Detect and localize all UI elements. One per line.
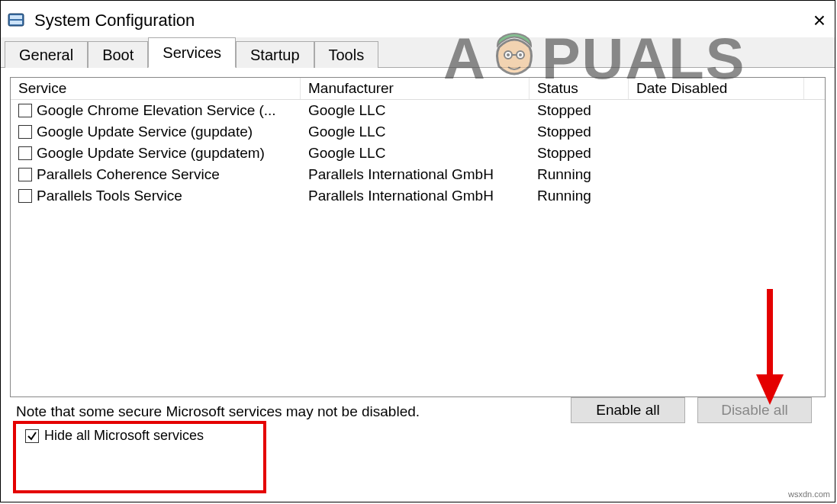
tab-startup[interactable]: Startup <box>236 41 314 68</box>
date-disabled-cell <box>629 121 804 143</box>
system-configuration-window: System Configuration × General Boot Serv… <box>0 0 835 502</box>
credit-text: wsxdn.com <box>788 490 830 499</box>
note-text: Note that some secure Microsoft services… <box>10 399 420 422</box>
date-disabled-cell <box>629 143 804 164</box>
list-item[interactable]: Parallels Coherence ServiceParallels Int… <box>11 164 825 185</box>
service-name: Google Update Service (gupdate) <box>37 121 253 143</box>
list-item[interactable]: Parallels Tools ServiceParallels Interna… <box>11 185 825 207</box>
status-cell: Running <box>530 164 629 185</box>
enable-all-button[interactable]: Enable all <box>571 397 685 423</box>
column-service[interactable]: Service <box>11 78 301 99</box>
column-date-disabled[interactable]: Date Disabled <box>629 78 804 99</box>
service-checkbox[interactable] <box>18 125 32 139</box>
service-cell: Google Chrome Elevation Service (... <box>11 100 301 121</box>
date-disabled-cell <box>629 164 804 185</box>
svg-rect-1 <box>10 15 22 19</box>
manufacturer-cell: Parallels International GmbH <box>301 164 530 185</box>
list-item[interactable]: Google Update Service (gupdatem)Google L… <box>11 143 825 164</box>
manufacturer-cell: Google LLC <box>301 121 530 143</box>
service-name: Google Update Service (gupdatem) <box>37 143 265 164</box>
service-checkbox[interactable] <box>18 104 32 117</box>
tab-boot[interactable]: Boot <box>88 41 148 68</box>
window-title: System Configuration <box>34 11 807 30</box>
status-cell: Stopped <box>530 121 629 143</box>
column-manufacturer[interactable]: Manufacturer <box>301 78 530 99</box>
status-cell: Running <box>530 185 629 207</box>
service-cell: Google Update Service (gupdate) <box>11 121 301 143</box>
date-disabled-cell <box>629 185 804 207</box>
service-checkbox[interactable] <box>18 146 32 160</box>
tab-general[interactable]: General <box>5 41 88 68</box>
app-icon <box>7 11 27 30</box>
services-list[interactable]: Service Manufacturer Status Date Disable… <box>10 77 826 397</box>
title-bar: System Configuration × <box>1 1 835 37</box>
service-name: Google Chrome Elevation Service (... <box>37 100 276 121</box>
service-checkbox[interactable] <box>18 189 32 203</box>
hide-ms-checkbox[interactable] <box>25 429 39 443</box>
service-name: Parallels Tools Service <box>37 185 182 207</box>
service-name: Parallels Coherence Service <box>37 164 220 185</box>
list-body: Google Chrome Elevation Service (...Goog… <box>11 100 825 207</box>
status-cell: Stopped <box>530 143 629 164</box>
manufacturer-cell: Parallels International GmbH <box>301 185 530 207</box>
service-cell: Google Update Service (gupdatem) <box>11 143 301 164</box>
service-checkbox[interactable] <box>18 168 32 181</box>
tab-content: Service Manufacturer Status Date Disable… <box>1 68 835 448</box>
tab-tools[interactable]: Tools <box>314 41 379 68</box>
manufacturer-cell: Google LLC <box>301 100 530 121</box>
list-item[interactable]: Google Update Service (gupdate)Google LL… <box>11 121 825 143</box>
service-cell: Parallels Coherence Service <box>11 164 301 185</box>
column-status[interactable]: Status <box>530 78 629 99</box>
status-cell: Stopped <box>530 100 629 121</box>
list-header: Service Manufacturer Status Date Disable… <box>11 78 825 100</box>
service-cell: Parallels Tools Service <box>11 185 301 207</box>
tab-strip: General Boot Services Startup Tools <box>1 37 835 68</box>
hide-ms-label: Hide all Microsoft services <box>44 428 204 444</box>
hide-ms-services[interactable]: Hide all Microsoft services <box>19 423 213 448</box>
close-icon[interactable]: × <box>807 10 832 31</box>
svg-rect-2 <box>10 21 22 24</box>
disable-all-button[interactable]: Disable all <box>697 397 812 423</box>
bottom-row: Note that some secure Microsoft services… <box>10 397 826 423</box>
list-item[interactable]: Google Chrome Elevation Service (...Goog… <box>11 100 825 121</box>
date-disabled-cell <box>629 100 804 121</box>
manufacturer-cell: Google LLC <box>301 143 530 164</box>
tab-services[interactable]: Services <box>148 37 236 68</box>
